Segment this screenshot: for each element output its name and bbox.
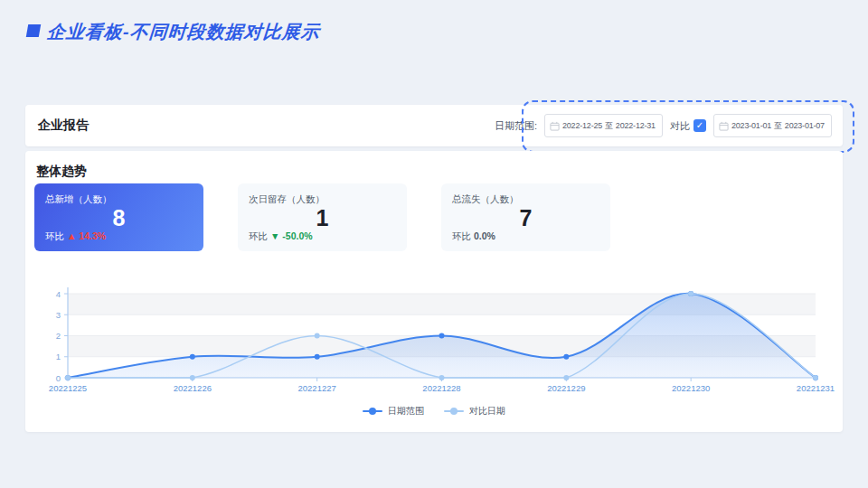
range-end-date: 2022-12-31: [616, 121, 656, 130]
card-delta-value: 0.0%: [474, 230, 495, 241]
card-delta: 环比0.0%: [452, 230, 495, 243]
card-delta: 环比▼ -50.0%: [249, 230, 313, 243]
compare-range-input[interactable]: 2023-01-01 至 2023-01-07: [713, 114, 832, 137]
date-range-label: 日期范围:: [495, 119, 537, 133]
card-delta-value: ▲ 14.3%: [67, 230, 106, 241]
report-panel-title: 企业报告: [38, 105, 89, 146]
dashboard-page: 企业看板-不同时段数据对比展示 企业报告 日期范围: 2022-12-25 至 …: [0, 0, 868, 488]
svg-text:20221229: 20221229: [547, 383, 585, 393]
stat-card-total-churn[interactable]: 总流失（人数） 7 环比0.0%: [441, 183, 610, 251]
card-label: 总流失（人数）: [452, 193, 519, 206]
card-label: 总新增（人数）: [45, 193, 112, 206]
range-start-date: 2022-12-25: [562, 121, 602, 130]
card-delta: 环比▲ 14.3%: [45, 230, 106, 243]
svg-text:20221227: 20221227: [298, 383, 336, 393]
trend-panel-title: 整体趋势: [36, 164, 87, 180]
card-delta-value: ▼ -50.0%: [270, 230, 313, 241]
calendar-icon: [719, 121, 729, 131]
legend-marker-icon: [444, 408, 464, 415]
legend-marker-icon: [363, 408, 382, 415]
report-header-panel: 企业报告 日期范围: 2022-12-25 至 2022-12-31 对比 ✓ …: [25, 105, 843, 146]
compare-label: 对比: [670, 119, 690, 133]
svg-text:0: 0: [56, 373, 61, 383]
svg-text:20221230: 20221230: [672, 383, 710, 393]
trend-panel: 整体趋势 总新增（人数） 8 环比▲ 14.3% 次日留存（人数） 1 环比▼ …: [25, 151, 843, 432]
svg-text:20221231: 20221231: [797, 383, 835, 393]
card-value: 8: [34, 205, 203, 231]
chart-legend: 日期范围 对比日期: [25, 405, 843, 418]
svg-text:3: 3: [56, 310, 61, 320]
legend-label: 对比日期: [469, 405, 505, 418]
svg-text:20221226: 20221226: [174, 383, 212, 393]
stat-card-total-new[interactable]: 总新增（人数） 8 环比▲ 14.3%: [34, 183, 203, 251]
calendar-icon: [550, 121, 560, 131]
page-title: 企业看板-不同时段数据对比展示: [27, 20, 320, 44]
compare-toggle: 对比 ✓: [670, 119, 706, 133]
compare-end-date: 2023-01-07: [785, 121, 825, 130]
stat-card-next-day-retention[interactable]: 次日留存（人数） 1 环比▼ -50.0%: [238, 183, 407, 251]
svg-text:20221225: 20221225: [49, 383, 87, 393]
compare-to-label: 至: [774, 120, 782, 132]
legend-item-date-range[interactable]: 日期范围: [363, 405, 424, 418]
svg-text:4: 4: [56, 289, 61, 299]
page-title-text: 企业看板-不同时段数据对比展示: [46, 20, 321, 44]
trend-line-chart[interactable]: 0123420221225202212262022122720221228202…: [25, 277, 843, 399]
card-label: 次日留存（人数）: [249, 193, 325, 206]
svg-text:1: 1: [56, 352, 61, 361]
date-range-input[interactable]: 2022-12-25 至 2022-12-31: [544, 114, 663, 137]
date-controls: 日期范围: 2022-12-25 至 2022-12-31 对比 ✓ 2023-…: [495, 105, 832, 146]
card-value: 1: [238, 205, 407, 231]
card-value: 7: [441, 205, 610, 231]
title-square-icon: [26, 24, 41, 37]
compare-start-date: 2023-01-01: [731, 121, 771, 130]
stat-cards: 总新增（人数） 8 环比▲ 14.3% 次日留存（人数） 1 环比▼ -50.0…: [34, 183, 610, 251]
svg-text:20221228: 20221228: [422, 383, 460, 393]
svg-text:2: 2: [56, 331, 61, 341]
compare-checkbox[interactable]: ✓: [693, 119, 706, 132]
legend-item-compare-date[interactable]: 对比日期: [444, 405, 505, 418]
range-to-label: 至: [605, 120, 613, 132]
legend-label: 日期范围: [388, 405, 424, 418]
